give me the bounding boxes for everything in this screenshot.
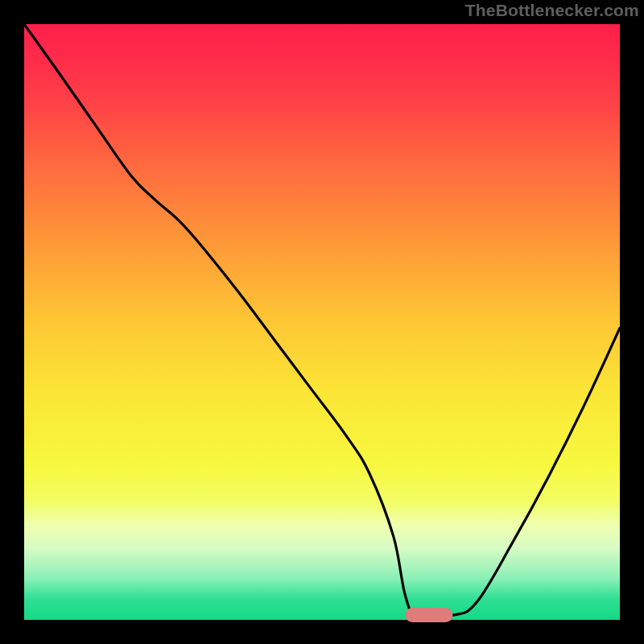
heat-background [24,24,620,620]
plot-area [24,24,620,620]
attribution-text: TheBottlenecker.com [465,1,639,20]
chart-container: TheBottlenecker.com [0,0,644,644]
optimal-marker [406,608,453,622]
bottleneck-chart [24,24,620,620]
